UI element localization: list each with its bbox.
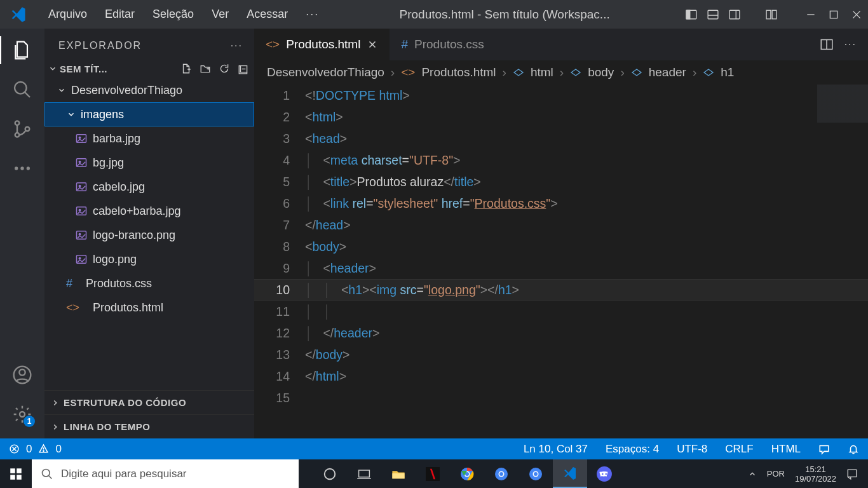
eol[interactable]: CRLF	[725, 443, 753, 456]
tree-file[interactable]: logo-branco.png	[44, 223, 254, 247]
menu-selection[interactable]: Seleção	[145, 4, 201, 25]
menu-go[interactable]: Acessar	[239, 4, 295, 25]
split-editor-icon[interactable]	[820, 38, 833, 51]
status-bar: 0 0 Ln 10, Col 37 Espaços: 4 UTF-8 CRLF …	[0, 438, 868, 459]
bc-h1[interactable]: h1	[721, 65, 734, 79]
svg-point-54	[43, 469, 50, 477]
taskbar-search[interactable]: Digite aqui para pesquisar	[32, 459, 299, 488]
tree-folder-imagens[interactable]: imagens	[44, 102, 254, 126]
tree-file[interactable]: bg.jpg	[44, 151, 254, 175]
refresh-icon[interactable]	[219, 63, 230, 74]
code-editor[interactable]: 123456789101112131415 <!DOCTYPE html><ht…	[254, 85, 868, 438]
chevron-right-icon: ›	[693, 65, 696, 79]
bc-html[interactable]: html	[531, 65, 553, 79]
tab-produtos-css[interactable]: # Produtos.css	[390, 29, 495, 60]
errors-count[interactable]: 0	[26, 443, 32, 456]
task-view-icon[interactable]	[347, 459, 381, 488]
language-mode[interactable]: HTML	[771, 443, 801, 456]
explorer-icon[interactable]	[12, 40, 32, 60]
feedback-icon[interactable]	[818, 444, 830, 455]
errors-icon[interactable]	[9, 444, 20, 454]
code-content[interactable]: <!DOCTYPE html><html><head>│ <meta chars…	[305, 85, 868, 438]
tree-file[interactable]: cabelo.jpg	[44, 175, 254, 199]
encoding[interactable]: UTF-8	[677, 443, 707, 456]
folder-label: imagens	[81, 108, 124, 121]
tree-file[interactable]: barba.jpg	[44, 126, 254, 151]
netflix-icon[interactable]	[416, 459, 450, 488]
new-file-icon[interactable]	[180, 63, 192, 74]
extensions-more-icon[interactable]	[12, 158, 32, 179]
tree-file[interactable]: logo.png	[44, 247, 254, 271]
toggle-panel-left-icon[interactable]	[682, 6, 700, 24]
toggle-panel-bottom-icon[interactable]	[704, 6, 722, 24]
svg-point-22	[20, 412, 25, 417]
file-explorer-icon[interactable]	[381, 459, 416, 488]
file-tree: DesenvolvedorThiago imagens barba.jpg bg…	[44, 78, 254, 390]
layout-controls	[682, 6, 743, 24]
svg-rect-57	[359, 470, 370, 477]
tray-language[interactable]: POR	[767, 469, 785, 478]
search-icon[interactable]	[12, 79, 32, 100]
customize-layout-icon[interactable]	[763, 6, 780, 24]
bc-body[interactable]: body	[588, 65, 614, 79]
svg-point-72	[605, 473, 607, 475]
chrome-icon[interactable]	[450, 459, 484, 488]
windows-taskbar: Digite aqui para pesquisar POR 15:21 19/…	[0, 459, 868, 488]
bc-file[interactable]: Produtos.html	[421, 65, 496, 79]
editor-more-icon[interactable]: ···	[844, 39, 857, 50]
notifications-icon[interactable]	[846, 468, 858, 480]
settings-gear-icon[interactable]: 1	[12, 404, 32, 424]
tray-chevron-up-icon[interactable]	[748, 470, 757, 478]
bc-header[interactable]: header	[649, 65, 686, 79]
tree-file[interactable]: cabelo+barba.jpg	[44, 199, 254, 223]
source-control-icon[interactable]	[12, 119, 32, 139]
indent-info[interactable]: Espaços: 4	[606, 443, 659, 456]
chevron-right-icon: ›	[620, 65, 624, 79]
bell-icon[interactable]	[848, 444, 859, 455]
menu-file[interactable]: Arquivo	[41, 4, 95, 25]
toggle-panel-right-icon[interactable]	[726, 6, 743, 24]
warnings-count[interactable]: 0	[55, 443, 61, 456]
close-icon[interactable]	[367, 39, 378, 50]
svg-point-36	[79, 210, 81, 212]
tree-file-html[interactable]: <> Produtos.html	[44, 295, 254, 320]
vscode-taskbar-icon[interactable]	[553, 459, 587, 488]
start-button[interactable]	[0, 459, 32, 488]
workspace-row[interactable]: SEM TÍT...	[44, 59, 254, 78]
app-menu: Arquivo Editar Seleção Ver Acessar ···	[37, 4, 327, 25]
svg-point-40	[79, 258, 81, 260]
collapse-all-icon[interactable]	[238, 63, 249, 74]
window-minimize[interactable]	[802, 6, 820, 24]
hash-icon: #	[401, 37, 408, 51]
discord-icon[interactable]	[587, 459, 621, 488]
menu-more[interactable]: ···	[298, 4, 327, 25]
timeline-section[interactable]: LINHA DO TEMPO	[44, 414, 254, 438]
cortana-icon[interactable]	[313, 459, 347, 488]
file-label: Produtos.html	[93, 301, 163, 315]
svg-point-14	[15, 121, 20, 125]
breadcrumb[interactable]: DesenvolvedorThiago › <> Produtos.html ›…	[254, 60, 868, 85]
svg-line-13	[25, 92, 30, 97]
menu-edit[interactable]: Editar	[97, 4, 142, 25]
outline-section[interactable]: ESTRUTURA DO CÓDIGO	[44, 390, 254, 414]
bc-folder[interactable]: DesenvolvedorThiago	[267, 65, 384, 79]
warnings-icon[interactable]	[38, 444, 49, 454]
window-maximize[interactable]	[825, 6, 843, 24]
workspace-name: SEM TÍT...	[60, 64, 107, 74]
explorer-more-icon[interactable]: ···	[231, 40, 243, 51]
cursor-position[interactable]: Ln 10, Col 37	[524, 443, 588, 456]
chrome-icon-3[interactable]	[519, 459, 553, 488]
sidebar-footer: ESTRUTURA DO CÓDIGO LINHA DO TEMPO	[44, 390, 254, 438]
window-close[interactable]	[848, 6, 865, 24]
svg-point-17	[15, 166, 18, 170]
new-folder-icon[interactable]	[200, 63, 211, 74]
svg-point-19	[27, 166, 30, 170]
tree-file-css[interactable]: # Produtos.css	[44, 271, 254, 295]
symbol-icon	[513, 68, 524, 77]
account-icon[interactable]	[12, 365, 32, 385]
tray-clock[interactable]: 15:21 19/07/2022	[795, 464, 836, 484]
chrome-icon-2[interactable]	[484, 459, 519, 488]
menu-view[interactable]: Ver	[204, 4, 236, 25]
tree-folder-root[interactable]: DesenvolvedorThiago	[44, 78, 254, 102]
tab-produtos-html[interactable]: <> Produtos.html	[254, 29, 390, 60]
